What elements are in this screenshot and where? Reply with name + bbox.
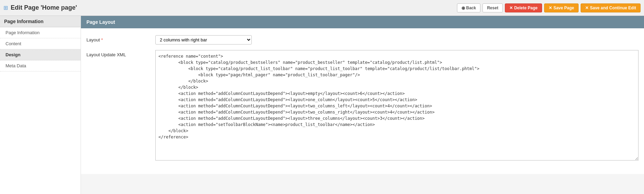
delete-page-button[interactable]: ✕ Delete Page [505, 3, 542, 12]
sidebar-link-page-information[interactable]: Page Information [0, 27, 81, 38]
sidebar-item-design[interactable]: Design [0, 49, 81, 60]
save-continue-button[interactable]: ✕ Save and Continue Edit [581, 3, 641, 12]
xml-label: Layout Update XML [86, 50, 155, 57]
save-page-button[interactable]: ✕ Save Page [544, 3, 579, 12]
back-button[interactable]: ◉ Back [457, 3, 481, 12]
sidebar-item-content[interactable]: Content [0, 38, 81, 49]
page-title: Edit Page 'Home page' [11, 4, 77, 11]
sidebar-link-design[interactable]: Design [0, 49, 81, 60]
header-right: ◉ Back Reset ✕ Delete Page ✕ Save Page ✕… [457, 3, 641, 12]
sidebar-link-content[interactable]: Content [0, 38, 81, 49]
sidebar-nav: Page Information Content Design Meta Dat… [0, 27, 81, 71]
reset-button[interactable]: Reset [482, 3, 503, 12]
layout-select[interactable]: Empty 1 column 2 columns with left bar 2… [155, 35, 252, 45]
page-icon: ⊞ [3, 4, 8, 11]
layout-required: * [101, 37, 103, 42]
form-area: Layout * Empty 1 column 2 columns with l… [81, 28, 644, 174]
xml-textarea[interactable]: <reference name="content"> <block type="… [155, 50, 638, 161]
content-area: Page Layout Layout * Empty 1 column 2 co… [81, 16, 644, 194]
xml-row: Layout Update XML <reference name="conte… [86, 50, 638, 162]
layout-row: Layout * Empty 1 column 2 columns with l… [86, 35, 638, 45]
back-radio-icon: ◉ [461, 6, 465, 10]
layout-label: Layout * [86, 35, 155, 42]
sidebar-title: Page Information [0, 16, 81, 27]
section-header: Page Layout [81, 16, 644, 28]
save-icon: ✕ [549, 6, 552, 10]
sidebar-item-page-information[interactable]: Page Information [0, 27, 81, 38]
sidebar-item-meta-data[interactable]: Meta Data [0, 60, 81, 71]
main-layout: Page Information Page Information Conten… [0, 16, 644, 194]
header-left: ⊞ Edit Page 'Home page' [3, 4, 77, 11]
sidebar-link-meta-data[interactable]: Meta Data [0, 60, 81, 71]
sidebar: Page Information Page Information Conten… [0, 16, 81, 194]
layout-control: Empty 1 column 2 columns with left bar 2… [155, 35, 638, 45]
save-continue-icon: ✕ [585, 6, 589, 10]
xml-control: <reference name="content"> <block type="… [155, 50, 638, 162]
page-header: ⊞ Edit Page 'Home page' ◉ Back Reset ✕ D… [0, 0, 644, 16]
delete-icon: ✕ [509, 6, 513, 10]
